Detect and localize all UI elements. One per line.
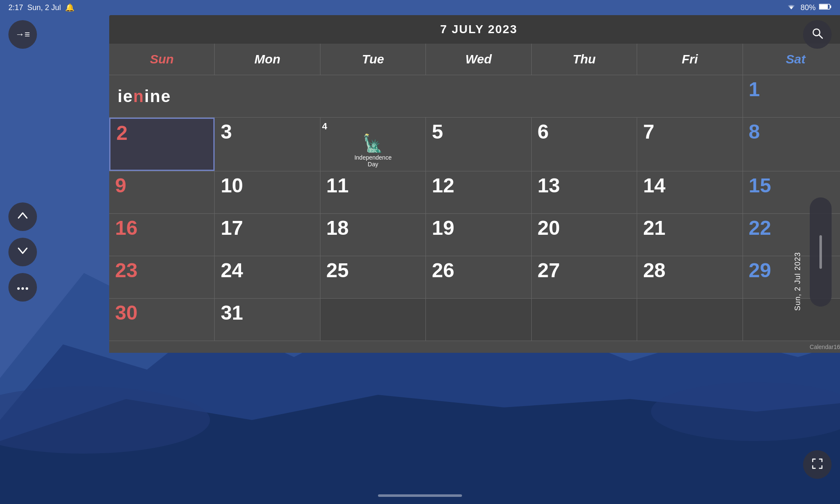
- calendar-title: 7 JULY 2023: [440, 23, 517, 36]
- svg-line-7: [819, 35, 822, 38]
- day-cell-2[interactable]: 2: [109, 118, 215, 171]
- day-cell-20[interactable]: 20: [532, 214, 637, 256]
- more-icon: [17, 282, 29, 293]
- day-cell-7[interactable]: 7: [637, 118, 743, 171]
- bell-icon: 🔔: [65, 3, 74, 12]
- day-num-1: 1: [749, 78, 760, 100]
- day-num-21: 21: [643, 217, 665, 239]
- day-cell-27[interactable]: 27: [532, 256, 637, 298]
- week-row-3: 9 10 11 12 13 14 15: [109, 171, 840, 214]
- scroll-down-button[interactable]: [8, 238, 37, 266]
- week-row-5: 23 24 25 26 27 28 29: [109, 256, 840, 299]
- day-num-3: 3: [220, 121, 232, 143]
- header-wednesday: Wed: [426, 44, 531, 75]
- day-num-14: 14: [643, 174, 665, 197]
- header-friday: Fri: [637, 44, 743, 75]
- day-cell-21[interactable]: 21: [637, 214, 743, 256]
- day-num-26: 26: [432, 259, 454, 281]
- watermark: Calendar169: [109, 341, 840, 353]
- day-cell-14[interactable]: 14: [637, 171, 743, 213]
- day-cell-empty-3: [532, 299, 637, 341]
- day-num-16: 16: [115, 217, 137, 239]
- day-cell-17[interactable]: 17: [215, 214, 320, 256]
- day-cell-4[interactable]: 4 🗽 IndependenceDay: [320, 118, 426, 171]
- search-button[interactable]: [803, 20, 832, 49]
- day-cell-11[interactable]: 11: [320, 171, 426, 213]
- day-cell-28[interactable]: 28: [637, 256, 743, 298]
- day-num-19: 19: [432, 217, 454, 239]
- day-num-13: 13: [538, 174, 560, 197]
- day-cell-18[interactable]: 18: [320, 214, 426, 256]
- day-cell-16[interactable]: 16: [109, 214, 215, 256]
- fullscreen-button[interactable]: [803, 450, 832, 479]
- day-num-5: 5: [432, 121, 443, 143]
- more-button[interactable]: [8, 273, 37, 302]
- side-buttons-left: [8, 202, 37, 302]
- day-num-7: 7: [643, 121, 654, 143]
- week-row-4: 16 17 18 19 20 21 22: [109, 214, 840, 256]
- day-cell-6[interactable]: 6: [532, 118, 637, 171]
- week-row-6: 30 31: [109, 299, 840, 341]
- day-cell-23[interactable]: 23: [109, 256, 215, 298]
- day-cell-1[interactable]: 1: [743, 75, 840, 117]
- header-sunday: Sun: [109, 44, 215, 75]
- day-headers-row: Sun Mon Tue Wed Thu Fri Sat: [109, 44, 840, 75]
- logo-cell: ienine: [109, 75, 743, 117]
- expand-button[interactable]: →≡: [8, 20, 37, 49]
- day-num-9: 9: [115, 174, 126, 197]
- battery-icon: [819, 3, 832, 12]
- day-num-8: 8: [749, 121, 760, 143]
- status-date: Sun, 2 Jul: [27, 3, 61, 12]
- day-num-23: 23: [115, 259, 137, 281]
- logo-n: n: [133, 87, 144, 105]
- calendar-container: 7 JULY 2023 Sun Mon Tue Wed Thu Fri: [109, 15, 840, 353]
- status-time: 2:17: [8, 3, 23, 12]
- day-cell-3[interactable]: 3: [215, 118, 320, 171]
- svg-rect-4: [830, 5, 831, 8]
- status-right: 80%: [785, 3, 832, 13]
- scroll-up-button[interactable]: [8, 202, 37, 231]
- day-cell-10[interactable]: 10: [215, 171, 320, 213]
- header-thursday: Thu: [532, 44, 637, 75]
- day-cell-empty-1: [320, 299, 426, 341]
- day-num-20: 20: [538, 217, 560, 239]
- week-row-1: ienine 1: [109, 75, 840, 118]
- expand-icon: →≡: [16, 29, 30, 40]
- header-tuesday: Tue: [320, 44, 426, 75]
- fullscreen-icon: [812, 458, 823, 471]
- day-num-4: 4: [322, 121, 327, 132]
- header-saturday: Sat: [743, 44, 840, 75]
- rotated-date-label: Sun, 2 Jul 2023: [793, 252, 802, 311]
- day-cell-30[interactable]: 30: [109, 299, 215, 341]
- day-num-6: 6: [538, 121, 549, 143]
- bottom-bar: [0, 487, 840, 504]
- independence-day-icon: 🗽: [362, 134, 383, 153]
- status-bar: 2:17 Sun, 2 Jul 🔔 80%: [0, 0, 840, 15]
- independence-day-label: IndependenceDay: [354, 154, 392, 168]
- day-cell-26[interactable]: 26: [426, 256, 531, 298]
- day-cell-8[interactable]: 8: [743, 118, 840, 171]
- logo-text: ienine: [118, 87, 171, 106]
- day-cell-31[interactable]: 31: [215, 299, 320, 341]
- day-num-24: 24: [220, 259, 243, 281]
- day-num-31: 31: [220, 302, 243, 324]
- svg-rect-5: [819, 5, 828, 9]
- wifi-icon: [785, 3, 797, 13]
- day-cell-13[interactable]: 13: [532, 171, 637, 213]
- day-cell-19[interactable]: 19: [426, 214, 531, 256]
- day-num-22: 22: [749, 217, 771, 239]
- chevron-down-icon: [17, 247, 29, 257]
- day-cell-5[interactable]: 5: [426, 118, 531, 171]
- day-cell-12[interactable]: 12: [426, 171, 531, 213]
- day-cell-24[interactable]: 24: [215, 256, 320, 298]
- day-cell-25[interactable]: 25: [320, 256, 426, 298]
- day-num-18: 18: [326, 217, 349, 239]
- day-num-2: 2: [116, 122, 128, 144]
- day-num-29: 29: [749, 259, 771, 281]
- calendar-header: 7 JULY 2023: [109, 15, 840, 44]
- side-scrollbar[interactable]: [810, 197, 832, 307]
- day-num-15: 15: [749, 174, 771, 197]
- week-row-2: 2 3 4 🗽 IndependenceDay 5 6 7 8: [109, 118, 840, 171]
- svg-point-10: [26, 287, 28, 290]
- day-cell-9[interactable]: 9: [109, 171, 215, 213]
